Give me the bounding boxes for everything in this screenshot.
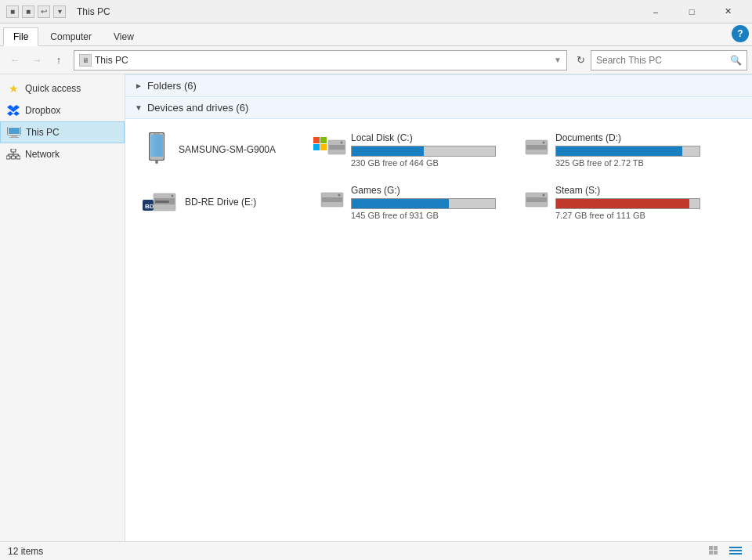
phone-icon: [141, 130, 172, 169]
status-bar: 12 items: [0, 541, 752, 560]
title-icon-4: ▾: [53, 5, 66, 18]
svg-rect-47: [709, 546, 713, 550]
forward-button[interactable]: →: [27, 50, 47, 70]
d-drive-info: Documents (D:) 325 GB free of 2.72 TB: [555, 132, 700, 168]
local-disk-g-icon: [313, 186, 345, 218]
dropbox-icon: [6, 103, 20, 117]
status-item-count: 12 items: [8, 546, 707, 557]
navigation-bar: ← → ↑ 🖥 This PC ▼ ↻ 🔍: [0, 46, 752, 74]
window-title: This PC: [77, 6, 638, 17]
svg-rect-12: [12, 156, 16, 159]
sidebar-item-network[interactable]: Network: [0, 143, 125, 165]
refresh-button[interactable]: ↻: [572, 52, 589, 69]
title-icon-2: ■: [22, 5, 34, 18]
local-disk-c-icon: [313, 134, 345, 165]
g-drive-size: 145 GB free of 931 GB: [351, 211, 496, 220]
devices-grid: SAMSUNG-SM-G900A: [125, 119, 752, 237]
svg-rect-8: [11, 135, 17, 137]
svg-rect-53: [729, 553, 742, 555]
tab-file[interactable]: File: [3, 27, 38, 46]
maximize-button[interactable]: □: [674, 0, 710, 23]
device-c-drive[interactable]: Local Disk (C:) 230 GB free of 464 GB: [310, 129, 499, 171]
c-drive-fill: [352, 146, 424, 156]
g-drive-fill: [352, 199, 449, 208]
svg-rect-24: [154, 134, 160, 135]
device-s-drive[interactable]: Steam (S:) 7.27 GB free of 111 GB: [515, 182, 703, 223]
svg-rect-52: [729, 550, 742, 551]
window-controls: – □ ✕: [638, 0, 746, 23]
title-bar-system-icons: ■ ■ ↩ ▾: [6, 5, 66, 18]
svg-rect-49: [709, 551, 713, 555]
local-disk-d-icon: [518, 134, 549, 165]
search-bar[interactable]: 🔍: [591, 50, 747, 70]
svg-rect-25: [313, 137, 320, 143]
s-drive-info: Steam (S:) 7.27 GB free of 111 GB: [555, 185, 700, 220]
up-button[interactable]: ↑: [49, 50, 69, 70]
devices-row-2: BD BD-RE Drive (E:): [138, 180, 739, 224]
sidebar-item-this-pc[interactable]: This PC: [0, 121, 125, 143]
svg-rect-26: [320, 137, 327, 143]
folders-chevron-icon: ►: [135, 81, 143, 90]
folders-section-header[interactable]: ► Folders (6): [125, 74, 752, 97]
d-drive-size: 325 GB free of 2.72 TB: [555, 158, 700, 168]
sidebar-item-label: Quick access: [25, 83, 81, 94]
svg-marker-4: [13, 111, 20, 116]
address-chevron-icon[interactable]: ▼: [554, 56, 562, 64]
folders-section-title: Folders (6): [147, 80, 197, 92]
g-drive-name: Games (G:): [351, 185, 496, 196]
c-drive-info: Local Disk (C:) 230 GB free of 464 GB: [351, 132, 496, 168]
sidebar-label-dropbox: Dropbox: [25, 105, 60, 116]
c-drive-name: Local Disk (C:): [351, 132, 496, 143]
device-d-drive[interactable]: Documents (D:) 325 GB free of 2.72 TB: [515, 129, 703, 171]
samsung-name: SAMSUNG-SM-G900A: [179, 144, 276, 155]
large-icons-button[interactable]: [727, 543, 744, 560]
local-disk-s-icon: [518, 186, 549, 218]
sidebar-item-quick-access[interactable]: ★ Quick access: [0, 78, 125, 99]
address-bar[interactable]: 🖥 This PC ▼: [74, 50, 567, 70]
device-g-drive[interactable]: Games (G:) 145 GB free of 931 GB: [310, 182, 499, 223]
d-drive-fill: [556, 146, 682, 156]
c-drive-size: 230 GB free of 464 GB: [351, 158, 496, 168]
s-drive-name: Steam (S:): [555, 185, 700, 196]
devices-chevron-icon: ▼: [135, 103, 143, 112]
back-button[interactable]: ←: [5, 50, 25, 70]
content-area: ► Folders (6) ▼ Devices and drives (6): [125, 74, 752, 541]
details-view-button[interactable]: [707, 543, 724, 560]
star-icon: ★: [6, 81, 20, 96]
svg-rect-42: [322, 197, 342, 202]
bd-drive-name: BD-RE Drive (E:): [185, 197, 256, 208]
tab-computer[interactable]: Computer: [40, 27, 102, 45]
svg-text:BD: BD: [145, 203, 154, 210]
c-drive-bar: [351, 146, 496, 157]
status-icons: [707, 543, 744, 560]
sidebar-item-dropbox[interactable]: Dropbox: [0, 99, 125, 121]
svg-rect-28: [320, 144, 327, 150]
ribbon: File Computer View ?: [0, 23, 752, 46]
svg-rect-11: [6, 156, 10, 159]
device-samsung[interactable]: SAMSUNG-SM-G900A: [138, 127, 310, 172]
s-drive-bar: [555, 198, 700, 209]
search-input[interactable]: [596, 55, 727, 66]
title-icon-3: ↩: [38, 5, 50, 18]
pc-icon: [7, 125, 21, 139]
main-layout: ★ Quick access Dropbox: [0, 74, 752, 541]
title-bar: ■ ■ ↩ ▾ This PC – □ ✕: [0, 0, 752, 23]
svg-rect-13: [16, 156, 20, 159]
title-icon-1: ■: [6, 5, 19, 18]
device-bd[interactable]: BD BD-RE Drive (E:): [138, 180, 310, 224]
help-button[interactable]: ?: [732, 25, 749, 42]
devices-section-header[interactable]: ▼ Devices and drives (6): [125, 97, 752, 119]
devices-row-1: SAMSUNG-SM-G900A: [138, 127, 739, 172]
g-drive-bar: [351, 198, 496, 209]
tab-view[interactable]: View: [103, 27, 144, 45]
ribbon-tabs: File Computer View ?: [0, 23, 752, 45]
svg-marker-3: [7, 111, 13, 116]
sidebar-label-network: Network: [25, 149, 60, 160]
svg-point-43: [338, 194, 341, 197]
minimize-button[interactable]: –: [638, 0, 674, 23]
svg-rect-40: [155, 201, 169, 203]
close-button[interactable]: ✕: [710, 0, 746, 23]
s-drive-size: 7.27 GB free of 111 GB: [555, 211, 700, 220]
svg-rect-33: [526, 145, 547, 150]
svg-point-34: [543, 142, 545, 144]
